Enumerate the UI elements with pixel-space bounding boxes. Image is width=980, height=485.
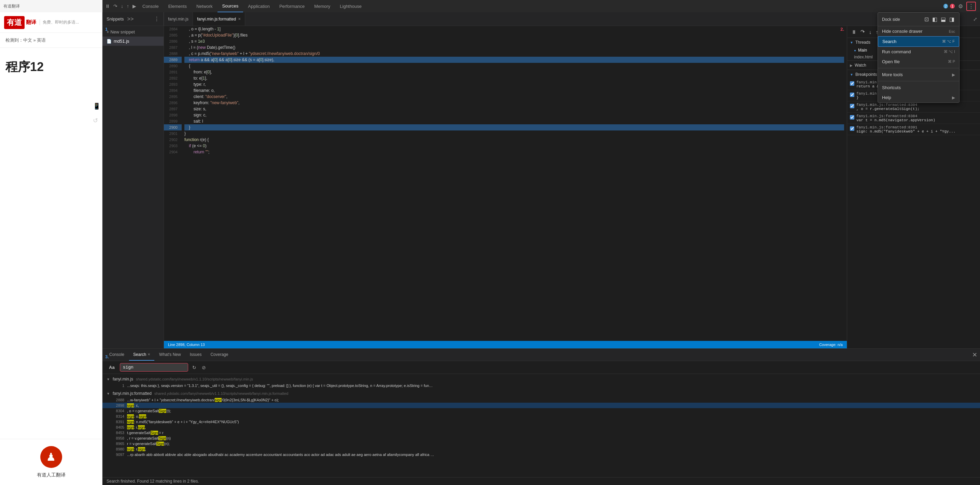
search-result-2-11[interactable]: 9097 ...rp abarth abb abbott abbvie abc … xyxy=(102,452,980,457)
menu-open-file-label: Open file xyxy=(882,59,900,64)
search-group-1: ▼ fanyi.min.js shared.ydstatic.com/fanyi… xyxy=(102,375,980,388)
menu-help[interactable]: Help ▶ xyxy=(878,92,959,102)
group2-filename: fanyi.min.js:formatted xyxy=(113,391,152,396)
cl-2904: return ""; xyxy=(185,149,844,155)
ln-2897: 2897 xyxy=(164,106,182,112)
watch-arrow: ▶ xyxy=(850,64,853,67)
three-dot-menu-btn[interactable]: ⋮ xyxy=(966,2,976,11)
logo-icon: 有道 xyxy=(4,16,25,29)
search-result-2-10[interactable]: 8980 sign: r.sign, xyxy=(102,447,980,452)
match-case-btn[interactable]: Aa xyxy=(107,364,117,371)
browser-tab-title: 有道翻译 xyxy=(3,3,20,9)
dock-left-btn[interactable]: ◧ xyxy=(932,15,938,23)
result-line-num: 1 xyxy=(112,383,124,388)
bp-checkbox-4[interactable] xyxy=(850,115,854,119)
r2-8-text: , r = v.generateSaltSign(n) xyxy=(127,436,171,440)
close-search-tab-btn[interactable]: ✕ xyxy=(148,353,150,356)
r2-3-text: , o = r.generateSaltSign(t); xyxy=(127,409,171,413)
tab-fanyi-formatted[interactable]: fanyi.min.js:formatted ✕ xyxy=(193,12,245,25)
search-result-2-8[interactable]: 8958 , r = v.generateSaltSign(n) xyxy=(102,436,980,441)
search-result-2-2[interactable]: 2898 sign: c, xyxy=(102,403,980,408)
r2-4-num: 8314 xyxy=(112,414,124,418)
ln-2900: 2900 xyxy=(164,124,182,130)
bp-item-4: fanyi.min.js:formatted:8384 var t = n.md… xyxy=(847,113,980,124)
breakpoints-section: ▼ Breakpoints fanyi.min.js:formatted: re… xyxy=(847,70,980,348)
step-over-btn[interactable]: ↷ xyxy=(112,2,119,10)
file-md51-item[interactable]: 📄 md51.js xyxy=(102,37,164,46)
search-result-2-7[interactable]: 8453 t.generateSaltSign = r xyxy=(102,430,980,436)
search-result-2-9[interactable]: 8965 r = v.generateSaltSign(n); xyxy=(102,441,980,447)
search-result-1-1[interactable]: 1 ...seajs: this.seajs }, seajs.version … xyxy=(102,383,980,388)
menu-shortcuts[interactable]: Shortcuts xyxy=(878,83,959,92)
bottom-tabs: Console Search ✕ What's New Issues Cover… xyxy=(102,349,980,361)
cl-2885: , a = p("#docUploadFile")[0].files xyxy=(185,32,844,38)
bottom-tab-issues[interactable]: Issues xyxy=(186,349,206,361)
tab-lighthouse[interactable]: Lighthouse xyxy=(335,0,366,12)
search-result-2-5[interactable]: 8391 sign: n.md5("fanyideskweb" + e + i … xyxy=(102,419,980,425)
code-editor: 2884 2885 2886 2887 2888 2889 2890 2891 … xyxy=(164,26,847,348)
menu-hide-console[interactable]: Hide console drawer Esc xyxy=(878,26,959,36)
search-result-2-3[interactable]: 8304 , o = r.generateSaltSign(t); xyxy=(102,408,980,413)
search-result-2-1[interactable]: 2888 ...w-fanyiweb" + l + "ydsecret://ne… xyxy=(102,397,980,403)
mobile-icon[interactable]: 📱 xyxy=(93,102,100,110)
step-over-debug-btn[interactable]: ↷ xyxy=(859,28,866,35)
ln-2896: 2896 xyxy=(164,100,182,106)
step-out-btn[interactable]: ↑ xyxy=(125,2,130,10)
menu-more-tools[interactable]: More tools ▶ xyxy=(878,70,959,80)
tab-memory[interactable]: Memory xyxy=(309,0,335,12)
snippets-label: Snippets xyxy=(107,16,124,22)
dock-right-btn[interactable]: ◨ xyxy=(948,15,955,23)
menu-run-command-label: Run command xyxy=(882,49,911,54)
ln-2895: 2895 xyxy=(164,94,182,100)
step-into-debug-btn[interactable]: ↓ xyxy=(868,29,873,35)
history-icon[interactable]: ↺ xyxy=(93,117,100,124)
more-tools-arrow: ▶ xyxy=(952,72,955,77)
search-result-2-4[interactable]: 8314 sign: o.sign, xyxy=(102,413,980,419)
r2-1-text: ...w-fanyiweb" + l + "ydsecret://newfany… xyxy=(127,398,279,402)
refresh-search-btn[interactable]: ↻ xyxy=(191,364,198,371)
menu-shortcuts-label: Shortcuts xyxy=(882,85,901,90)
clear-search-btn[interactable]: ⊘ xyxy=(200,364,207,371)
ln-2889: 2889 xyxy=(164,57,182,63)
menu-open-file[interactable]: Open file ⌘ P xyxy=(878,57,959,67)
close-tab-btn[interactable]: ✕ xyxy=(238,17,241,21)
tab-console[interactable]: Console xyxy=(138,0,164,12)
coverage-status: Coverage: n/a xyxy=(819,343,843,347)
continue-btn[interactable]: ▶ xyxy=(131,2,138,10)
help-arrow: ▶ xyxy=(952,95,955,100)
close-bottom-panel-btn[interactable]: ✕ xyxy=(972,351,977,359)
pause-debug-btn[interactable]: ⏸ xyxy=(850,29,858,35)
step-into-btn[interactable]: ↓ xyxy=(119,2,125,10)
snippets-more-btn[interactable]: ⋮ xyxy=(154,16,159,22)
tab-performance[interactable]: Performance xyxy=(275,0,309,12)
devtools-top-right: 2 1 ⚙ ⋮ xyxy=(941,2,978,11)
new-snippet-btn[interactable]: + New snippet xyxy=(102,27,164,37)
menu-run-command[interactable]: Run command ⌘ ⌥ I xyxy=(878,47,959,57)
tab-application[interactable]: Application xyxy=(243,0,275,12)
bp-checkbox-3[interactable] xyxy=(850,104,854,108)
search-result-2-6[interactable]: 8405 sign: i.sign, xyxy=(102,425,980,430)
tab-fanyi-min[interactable]: fanyi.min.js xyxy=(164,12,193,25)
dock-bottom-btn[interactable]: ⬓ xyxy=(940,15,947,23)
expand-editor-btn[interactable]: ⤢ xyxy=(970,16,980,22)
tab-elements[interactable]: Elements xyxy=(164,0,192,12)
cl-2887: , l = (new Date).getTime() xyxy=(185,45,844,51)
bottom-tab-coverage[interactable]: Coverage xyxy=(206,349,232,361)
bp-checkbox-5[interactable] xyxy=(850,126,854,131)
pause-btn[interactable]: ⏸ xyxy=(104,2,111,10)
watch-label: Watch xyxy=(855,63,866,68)
bottom-tab-search[interactable]: Search ✕ xyxy=(129,349,154,361)
r2-1-num: 2888 xyxy=(112,398,124,402)
tab-sources[interactable]: Sources xyxy=(218,0,243,12)
menu-search[interactable]: Search ⌘ ⌥ F xyxy=(878,36,959,47)
bp-checkbox-1[interactable] xyxy=(850,81,854,86)
snippets-expand-btn[interactable]: >> xyxy=(126,15,135,23)
r2-9-num: 8965 xyxy=(112,442,124,446)
tab-network[interactable]: Network xyxy=(192,0,218,12)
dock-separate-btn[interactable]: ⊡ xyxy=(924,15,929,23)
bp-checkbox-2[interactable] xyxy=(850,92,854,97)
youdao-logo: 有道 翻译 xyxy=(4,16,36,29)
settings-btn[interactable]: ⚙ xyxy=(957,2,964,11)
bottom-tab-whatsnew[interactable]: What's New xyxy=(155,349,185,361)
search-input[interactable] xyxy=(120,363,188,372)
